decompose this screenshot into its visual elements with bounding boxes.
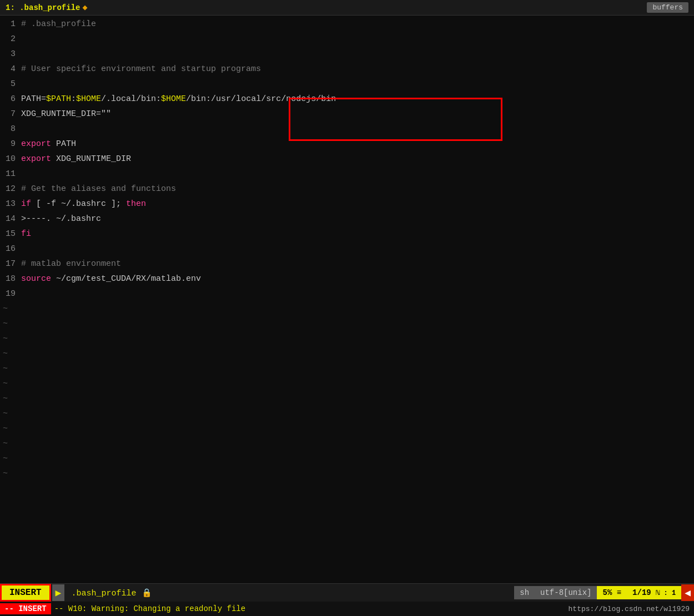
line-13: 13 if [ -f ~/.bashrc ]; then (0, 196, 694, 211)
line-11: 11 (0, 166, 694, 181)
line-content-1: # .bash_profile (21, 17, 694, 32)
line-15: 15 fi (0, 226, 694, 241)
line-content-5 (21, 77, 694, 92)
editor-area: 1 # .bash_profile 2 3 4 # User specific … (0, 16, 694, 583)
title-text: 1: .bash_profile (6, 3, 80, 12)
encoding-badge: utf-8[unix] (535, 586, 597, 599)
line-18: 18 source ~/cgm/test_CUDA/RX/matlab.env (0, 271, 694, 286)
info-badges: sh utf-8[unix] 5% ≡ 1/19 ℕ : 1 ◀ (514, 584, 694, 601)
line-2: 2 (0, 32, 694, 47)
line-content-2 (21, 32, 694, 47)
tilde-9: ~ (0, 421, 694, 436)
line-num-1: 1 (0, 17, 21, 32)
title-dot: ◆ (82, 2, 87, 13)
line-num-12: 12 (0, 181, 21, 196)
line-content-9: export PATH (21, 137, 694, 152)
line-num-18: 18 (0, 271, 21, 286)
line-content-3 (21, 47, 694, 62)
line-3: 3 (0, 47, 694, 62)
line-16: 16 (0, 241, 694, 256)
line-5: 5 (0, 77, 694, 92)
line-content-6: PATH=$PATH:$HOME/.local/bin:$HOME/bin:/u… (21, 92, 694, 107)
percent-badge: 5% ≡ (597, 586, 627, 599)
line-num-9: 9 (0, 137, 21, 152)
tilde-3: ~ (0, 331, 694, 346)
line-content-14: >----. ~/.bashrc (21, 211, 694, 226)
filename-warn-icon: 🔒 (142, 589, 152, 598)
position-badge: 1/19 ℕ : 1 (627, 586, 681, 599)
line-num-13: 13 (0, 196, 21, 211)
buffers-button[interactable]: buffers (647, 2, 688, 13)
title-bar: 1: .bash_profile ◆ buffers (0, 0, 694, 16)
line-10: 10 export XDG_RUNTIME_DIR (0, 152, 694, 166)
tilde-1: ~ (0, 301, 694, 316)
statusbar-top: INSERT ▶ .bash_profile 🔒 sh utf-8[unix] … (0, 584, 694, 602)
line-num-10: 10 (0, 152, 21, 166)
line-num-19: 19 (0, 286, 21, 301)
line-content-15: fi (21, 226, 694, 241)
line-content-19 (21, 286, 694, 301)
line-num-6: 6 (0, 92, 21, 107)
line-content-16 (21, 241, 694, 256)
statusbar-container: INSERT ▶ .bash_profile 🔒 sh utf-8[unix] … (0, 583, 694, 616)
mode-arrow: ▶ (52, 584, 65, 601)
tilde-6: ~ (0, 376, 694, 391)
line-num-11: 11 (0, 166, 21, 181)
tilde-4: ~ (0, 346, 694, 361)
tilde-10: ~ (0, 436, 694, 451)
line-content-7: XDG_RUNTIME_DIR="" (21, 107, 694, 122)
warning-text: -- W10: Warning: Changing a readonly fil… (54, 604, 569, 613)
tilde-11: ~ (0, 451, 694, 466)
line-num-5: 5 (0, 77, 21, 92)
line-12: 12 # Get the aliases and functions (0, 181, 694, 196)
line-6: 6 PATH=$PATH:$HOME/.local/bin:$HOME/bin:… (0, 92, 694, 107)
tilde-2: ~ (0, 316, 694, 331)
line-num-4: 4 (0, 62, 21, 77)
line-num-3: 3 (0, 47, 21, 62)
insert-label: -- INSERT (0, 603, 51, 614)
line-content-18: source ~/cgm/test_CUDA/RX/matlab.env (21, 271, 694, 286)
line-19: 19 (0, 286, 694, 301)
line-7: 7 XDG_RUNTIME_DIR="" (0, 107, 694, 122)
line-num-2: 2 (0, 32, 21, 47)
filename-text: .bash_profile (71, 589, 136, 598)
line-content-4: # User specific environment and startup … (21, 62, 694, 77)
tilde-7: ~ (0, 391, 694, 406)
line-num-8: 8 (0, 122, 21, 137)
line-17: 17 # matlab environment (0, 256, 694, 271)
code-container: 1 # .bash_profile 2 3 4 # User specific … (0, 16, 694, 301)
statusbar-bottom: -- INSERT -- W10: Warning: Changing a re… (0, 602, 694, 616)
line-4: 4 # User specific environment and startu… (0, 62, 694, 77)
line-content-11 (21, 166, 694, 181)
line-content-17: # matlab environment (21, 256, 694, 271)
line-num-16: 16 (0, 241, 21, 256)
line-1: 1 # .bash_profile (0, 17, 694, 32)
url-text: https://blog.csdn.net/wl1929 (569, 605, 694, 613)
filetype-badge: sh (514, 586, 535, 599)
tilde-5: ~ (0, 361, 694, 376)
line-content-10: export XDG_RUNTIME_DIR (21, 152, 694, 166)
filename-badge: .bash_profile 🔒 (67, 585, 514, 600)
line-content-12: # Get the aliases and functions (21, 181, 694, 196)
line-9: 9 export PATH (0, 137, 694, 152)
mode-badge: INSERT (0, 584, 51, 602)
tilde-8: ~ (0, 406, 694, 421)
tilde-12: ~ (0, 466, 694, 481)
line-14: 14 >----. ~/.bashrc (0, 211, 694, 226)
line-num-17: 17 (0, 256, 21, 271)
line-content-13: if [ -f ~/.bashrc ]; then (21, 196, 694, 211)
line-num-15: 15 (0, 226, 21, 241)
arrow-right-badge: ◀ (681, 584, 694, 601)
line-num-7: 7 (0, 107, 21, 122)
line-content-8 (21, 122, 694, 137)
line-num-14: 14 (0, 211, 21, 226)
line-8: 8 (0, 122, 694, 137)
